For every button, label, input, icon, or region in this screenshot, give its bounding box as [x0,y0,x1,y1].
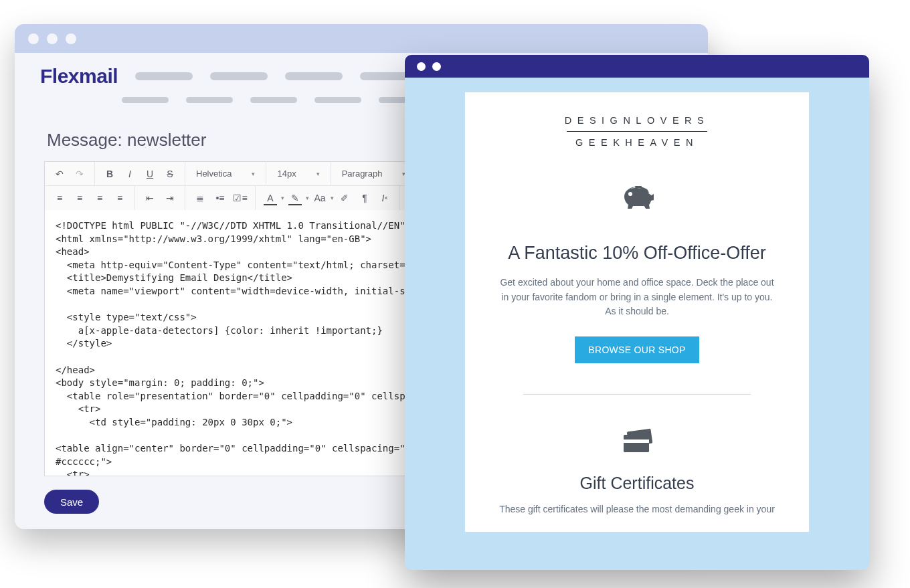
chevron-down-icon: ▾ [252,171,255,177]
ordered-list-button[interactable]: ≣ [191,189,209,207]
email-headline: A Fantastic 10% Off-Office-Offer [497,243,777,264]
window-close-icon[interactable] [417,62,426,71]
align-left-button[interactable]: ≡ [50,189,69,207]
gift-certificates-heading: Gift Certificates [497,474,777,493]
font-size-value: 14px [277,169,296,179]
window-maximize-icon[interactable] [66,33,76,44]
preview-titlebar [405,55,869,78]
align-center-button[interactable]: ≡ [70,189,89,207]
strike-button[interactable]: S [161,165,179,183]
underline-button[interactable]: U [141,165,159,183]
align-justify-button[interactable]: ≡ [110,189,129,207]
nav-placeholder [122,97,169,103]
redo-button[interactable]: ↷ [70,165,89,183]
chevron-down-icon[interactable]: ▾ [306,195,309,201]
unordered-list-button[interactable]: •≡ [211,189,230,207]
piggy-bank-icon [497,185,777,216]
gift-card-icon [497,428,777,458]
email-preview: DESIGNLOVERS GEEKHEAVEN A Fantastic 10% … [405,78,869,532]
align-right-button[interactable]: ≡ [90,189,109,207]
window-close-icon[interactable] [28,33,39,44]
block-format-select[interactable]: Paragraph ▾ [337,165,412,183]
font-size-select[interactable]: 14px ▾ [272,165,325,183]
clear-format-button[interactable]: ✐ [335,189,354,207]
nav-placeholder [135,72,193,80]
save-button[interactable]: Save [44,490,99,514]
chevron-down-icon[interactable]: ▾ [331,195,334,201]
remove-format-button[interactable]: I× [375,189,394,207]
gift-certificates-text: These gift certificates will please the … [497,504,777,514]
brand-divider [567,131,707,132]
block-format-value: Paragraph [342,169,383,179]
app-logo: Flexmail [40,65,118,88]
nav-placeholder [250,97,297,103]
brand-line-1: DESIGNLOVERS [497,115,777,126]
text-color-button[interactable]: A [261,189,280,207]
editor-titlebar [15,24,708,53]
email-body-text: Get excited about your home and office s… [497,276,777,319]
highlight-color-button[interactable]: ✎ [286,189,304,207]
nav-placeholder [210,72,268,80]
chevron-down-icon[interactable]: ▾ [281,195,284,201]
svg-rect-0 [635,186,642,188]
outdent-button[interactable]: ⇤ [141,189,159,207]
font-select-value: Helvetica [196,169,232,179]
nav-placeholder [186,97,233,103]
font-select[interactable]: Helvetica ▾ [191,165,260,183]
text-case-button[interactable]: Aa [310,189,329,207]
section-divider [523,394,751,395]
bold-button[interactable]: B [100,165,119,183]
window-minimize-icon[interactable] [47,33,58,44]
brand-line-2: GEEKHEAVEN [497,137,777,148]
window-minimize-icon[interactable] [432,62,441,71]
italic-button[interactable]: I [120,165,139,183]
svg-rect-6 [624,439,649,443]
indent-button[interactable]: ⇥ [161,189,179,207]
email-body: DESIGNLOVERS GEEKHEAVEN A Fantastic 10% … [465,92,809,532]
undo-button[interactable]: ↶ [50,165,69,183]
browse-shop-button[interactable]: BROWSE OUR SHOP [575,336,699,363]
nav-placeholder [285,72,343,80]
chevron-down-icon: ▾ [316,171,320,177]
nav-placeholder [314,97,361,103]
checklist-button[interactable]: ☑≡ [231,189,250,207]
paragraph-mark-button[interactable]: ¶ [355,189,374,207]
preview-window: DESIGNLOVERS GEEKHEAVEN A Fantastic 10% … [405,55,869,570]
svg-rect-5 [624,435,649,452]
